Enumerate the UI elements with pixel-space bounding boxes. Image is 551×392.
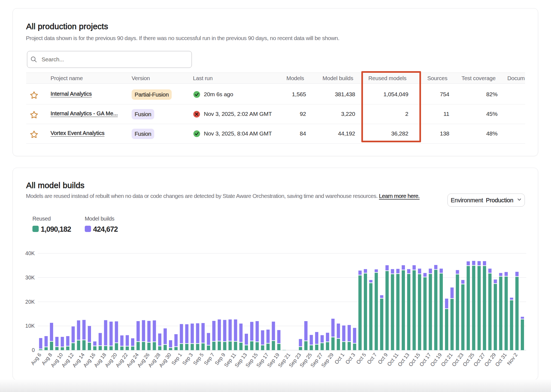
svg-text:Oct 17: Oct 17 (418, 352, 432, 367)
svg-text:Oct 31: Oct 31 (494, 352, 508, 367)
svg-text:Oct 5: Oct 5 (355, 352, 367, 365)
svg-text:Oct 25: Oct 25 (462, 352, 475, 367)
svg-text:Oct 19: Oct 19 (429, 352, 443, 367)
svg-text:Oct 23: Oct 23 (451, 352, 464, 367)
svg-text:Oct 3: Oct 3 (344, 352, 356, 365)
svg-text:Sep 3: Sep 3 (181, 352, 194, 366)
svg-text:Oct 21: Oct 21 (440, 352, 454, 367)
svg-text:Oct 1: Oct 1 (334, 352, 346, 365)
svg-text:Oct 29: Oct 29 (483, 352, 497, 367)
svg-text:Aug 6: Aug 6 (30, 352, 43, 366)
svg-text:Oct 27: Oct 27 (473, 352, 486, 367)
svg-text:Sep 7: Sep 7 (203, 352, 216, 366)
svg-text:0: 0 (32, 347, 35, 353)
svg-text:Oct 15: Oct 15 (407, 352, 421, 367)
svg-text:Oct 7: Oct 7 (366, 352, 378, 365)
svg-text:10K: 10K (25, 323, 35, 329)
svg-text:Nov 2: Nov 2 (506, 352, 519, 366)
svg-text:Sep 1: Sep 1 (170, 352, 183, 366)
svg-text:20K: 20K (25, 299, 35, 305)
svg-text:Sep 5: Sep 5 (192, 352, 205, 366)
svg-text:40K: 40K (25, 250, 35, 256)
svg-text:30K: 30K (25, 275, 35, 281)
svg-text:Oct 13: Oct 13 (397, 352, 410, 367)
